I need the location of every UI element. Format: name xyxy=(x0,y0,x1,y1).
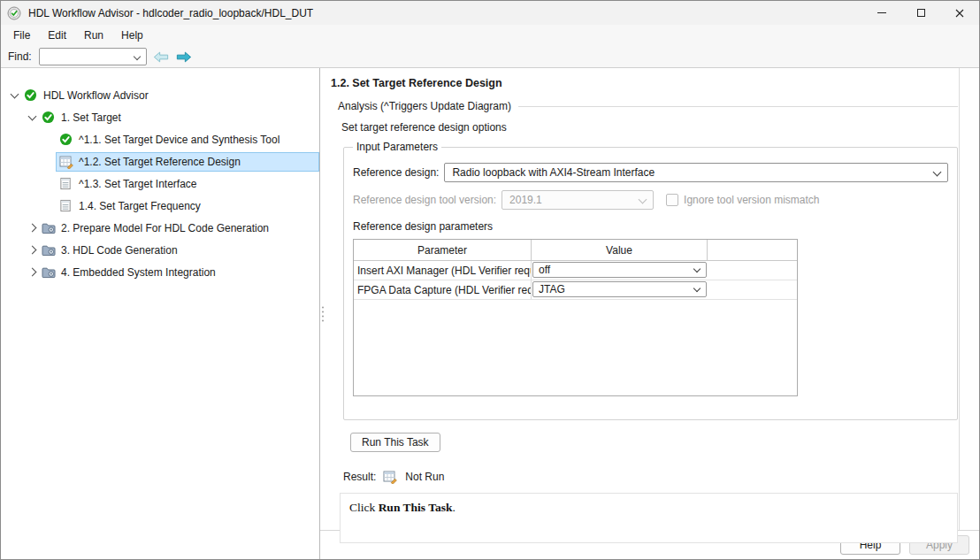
main-area: HDL Workflow Advisor1. Set Target^1.1. S… xyxy=(1,68,979,559)
task-description: Set target reference design options xyxy=(341,121,958,134)
menu-help[interactable]: Help xyxy=(112,27,152,44)
maximize-button[interactable] xyxy=(901,1,940,25)
result-status: Not Run xyxy=(405,471,444,483)
reference-design-parameters-label: Reference design parameters xyxy=(353,220,948,233)
tree-item[interactable]: 1. Set Target xyxy=(1,106,319,128)
input-parameters-group: Input Parameters Reference design: Radio… xyxy=(343,141,958,420)
result-message-suffix: . xyxy=(452,501,455,514)
menu-run[interactable]: Run xyxy=(75,27,112,44)
folder-gear-icon xyxy=(42,265,57,280)
tree-item-body[interactable]: 1.4. Set Target Frequency xyxy=(56,196,319,216)
window-title: HDL Workflow Advisor - hdlcoder_radio_lo… xyxy=(28,7,862,19)
section-rule xyxy=(518,106,958,107)
parameter-value-cell: JTAG xyxy=(532,280,708,299)
chevron-down-icon xyxy=(639,196,647,204)
scrollbar-track[interactable] xyxy=(959,68,960,530)
folder-gear-icon xyxy=(42,243,57,257)
tree-item-body[interactable]: ^1.1. Set Target Device and Synthesis To… xyxy=(56,130,319,150)
chevron-down-icon xyxy=(693,265,701,272)
minimize-button[interactable] xyxy=(862,1,901,25)
reference-design-select[interactable]: Radio loopback with AXI4-Stream Interfac… xyxy=(444,163,948,182)
page-title: 1.2. Set Target Reference Design xyxy=(331,77,958,89)
param-table-body: Insert AXI Manager (HDL Verifier requ...… xyxy=(354,261,797,300)
tree-item[interactable]: ^1.2. Set Target Reference Design xyxy=(1,150,319,173)
tree-item[interactable]: HDL Workflow Advisor xyxy=(1,84,319,106)
tree-item[interactable]: 1.4. Set Target Frequency xyxy=(1,195,319,217)
table-row: Insert AXI Manager (HDL Verifier requ...… xyxy=(354,261,797,280)
tree-item-selected-body[interactable]: ^1.2. Set Target Reference Design xyxy=(56,152,319,172)
menu-edit[interactable]: Edit xyxy=(39,27,75,44)
tree-item-label: ^1.1. Set Target Device and Synthesis To… xyxy=(79,134,279,146)
analysis-label: Analysis (^Triggers Update Diagram) xyxy=(338,100,511,112)
find-label: Find: xyxy=(8,50,32,63)
parameter-value-select[interactable]: off xyxy=(532,262,707,278)
close-icon xyxy=(955,9,964,18)
tree-item-body[interactable]: 1. Set Target xyxy=(38,108,319,127)
arrow-left-icon xyxy=(153,51,169,63)
menu-file[interactable]: File xyxy=(4,27,39,44)
result-message: Click Run This Task. xyxy=(340,493,958,543)
find-toolbar: Find: xyxy=(1,46,979,68)
arrow-right-icon xyxy=(176,51,192,63)
task-pencil-icon xyxy=(59,155,74,169)
reference-design-value: Radio loopback with AXI4-Stream Interfac… xyxy=(452,166,655,179)
result-message-prefix: Click xyxy=(349,501,379,514)
task-panel: 1.2. Set Target Reference Design Analysi… xyxy=(320,68,979,559)
run-this-task-button[interactable]: Run This Task xyxy=(350,433,440,452)
result-row: Result: Not Run xyxy=(343,470,958,484)
ignore-mismatch-checkbox[interactable] xyxy=(666,194,678,206)
chevron-down-icon xyxy=(933,168,942,177)
tree-item-label: ^1.3. Set Target Interface xyxy=(79,178,197,190)
tree-item[interactable]: 2. Prepare Model For HDL Code Generation xyxy=(1,217,319,239)
column-header-filler xyxy=(708,240,797,260)
table-row: FPGA Data Capture (HDL Verifier req...JT… xyxy=(354,280,797,300)
close-button[interactable] xyxy=(940,1,979,25)
parameter-value: off xyxy=(539,264,550,276)
param-table-header: ParameterValue xyxy=(354,240,797,261)
not-run-status-icon xyxy=(383,470,398,484)
tree-item[interactable]: 4. Embedded System Integration xyxy=(1,261,319,283)
tool-version-select[interactable]: 2019.1 xyxy=(501,190,654,210)
tree-item-label: ^1.2. Set Target Reference Design xyxy=(79,156,241,168)
tree-item-body[interactable]: 2. Prepare Model For HDL Code Generation xyxy=(38,219,319,238)
tree-item-body[interactable]: ^1.3. Set Target Interface xyxy=(56,174,319,194)
tree-item-label: 1. Set Target xyxy=(61,111,121,124)
tree-item-body[interactable]: 4. Embedded System Integration xyxy=(38,263,319,282)
tree-item[interactable]: ^1.1. Set Target Device and Synthesis To… xyxy=(1,128,319,150)
app-icon xyxy=(7,6,21,20)
check-circle-icon xyxy=(24,88,39,103)
tree-item-label: 3. HDL Code Generation xyxy=(61,244,178,257)
folder-gear-icon xyxy=(42,221,57,235)
titlebar: HDL Workflow Advisor - hdlcoder_radio_lo… xyxy=(1,1,979,25)
reference-design-label: Reference design: xyxy=(353,166,439,179)
analysis-section-header: Analysis (^Triggers Update Diagram) xyxy=(338,100,958,112)
workflow-tree: HDL Workflow Advisor1. Set Target^1.1. S… xyxy=(1,68,320,559)
parameter-value-select[interactable]: JTAG xyxy=(532,281,707,297)
tree-item[interactable]: ^1.3. Set Target Interface xyxy=(1,173,319,195)
parameter-name-cell: Insert AXI Manager (HDL Verifier requ... xyxy=(354,261,532,280)
find-input-combo[interactable] xyxy=(39,48,147,65)
tree-item-label: 4. Embedded System Integration xyxy=(61,266,216,279)
chevron-down-icon xyxy=(133,53,140,60)
chevron-down-icon xyxy=(693,285,701,292)
find-next-button[interactable] xyxy=(175,50,193,64)
find-previous-button[interactable] xyxy=(152,50,170,64)
column-header-value: Value xyxy=(532,240,708,260)
tree-item-body[interactable]: HDL Workflow Advisor xyxy=(20,86,319,105)
parameter-table: ParameterValue Insert AXI Manager (HDL V… xyxy=(353,239,798,396)
check-circle-icon xyxy=(42,111,57,125)
tree-item-label: 1.4. Set Target Frequency xyxy=(79,200,201,212)
result-message-bold: Run This Task xyxy=(379,501,453,514)
find-input[interactable] xyxy=(43,50,128,64)
task-panel-content: 1.2. Set Target Reference Design Analysi… xyxy=(320,68,979,530)
input-parameters-legend: Input Parameters xyxy=(353,141,441,153)
result-label: Result: xyxy=(343,471,376,483)
panel-splitter[interactable] xyxy=(319,306,325,321)
tree-item-label: HDL Workflow Advisor xyxy=(43,89,149,102)
tree-item-body[interactable]: 3. HDL Code Generation xyxy=(38,241,319,260)
minimize-icon xyxy=(877,12,886,13)
column-header-parameter: Parameter xyxy=(354,240,532,260)
parameter-name-cell: FPGA Data Capture (HDL Verifier req... xyxy=(354,280,532,299)
tree-item[interactable]: 3. HDL Code Generation xyxy=(1,239,319,261)
parameter-value-cell: off xyxy=(532,261,708,280)
